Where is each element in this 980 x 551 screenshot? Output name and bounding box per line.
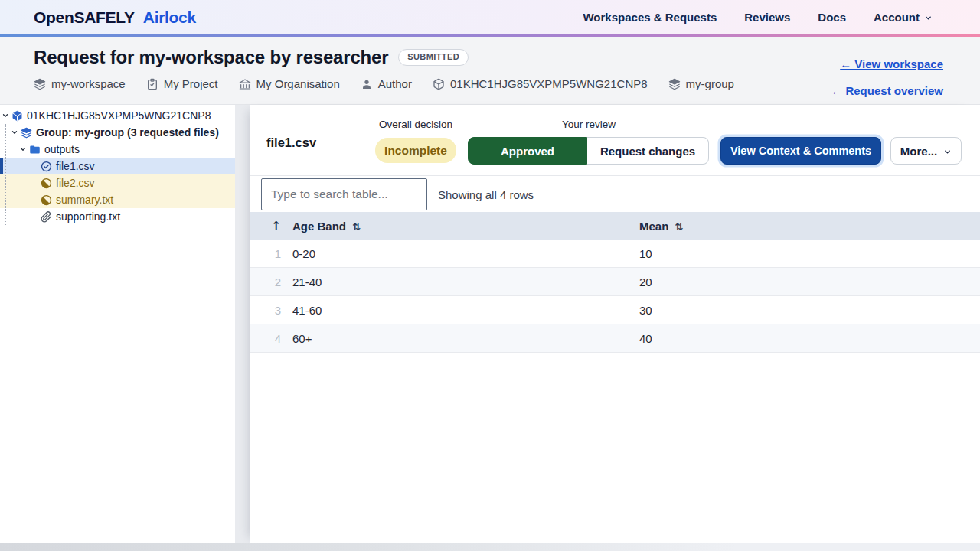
nav-reviews[interactable]: Reviews [744, 11, 790, 24]
page-background-strip [0, 543, 980, 551]
tree-item-label: Group: my-group (3 requested files) [36, 126, 219, 139]
meta-request-id-label: 01KHC1HJG85VXPMP5WNG21CNP8 [450, 77, 648, 90]
view-workspace-link[interactable]: ← View workspace [840, 57, 943, 70]
view-context-comments-button[interactable]: View Context & Comments [720, 137, 881, 165]
tree-item-request-id[interactable]: 01KHC1HJG85VXPMP5WNG21CNP8 [0, 107, 235, 124]
tree-item-outputs-folder[interactable]: outputs [0, 141, 235, 158]
tree-item-file1-csv[interactable]: file1.csv [0, 158, 235, 174]
file-title: file1.csv [266, 135, 316, 150]
title-block: Request for my-workspace by researcher S… [34, 47, 734, 104]
user-icon [361, 78, 373, 90]
nav-docs[interactable]: Docs [818, 11, 846, 24]
tree-item-summary-txt[interactable]: summary.txt [0, 191, 235, 208]
chevron-down-icon [943, 148, 952, 156]
tree-item-label: file2.csv [56, 177, 95, 189]
status-badge: SUBMITTED [398, 49, 469, 66]
decision-badge: Incomplete [375, 138, 456, 163]
tree-item-label: supporting.txt [56, 210, 120, 223]
chevron-down-icon[interactable] [11, 129, 18, 136]
title-links: ← View workspace ← Request overview [831, 47, 943, 104]
half-circle-icon [41, 178, 52, 189]
cell-mean: 10 [627, 247, 652, 260]
table-row: 3 41-60 30 [250, 296, 980, 324]
overall-decision-label: Overall decision [375, 119, 456, 130]
layers-icon [668, 78, 681, 90]
index-sort-indicator[interactable]: ↑ [250, 219, 281, 233]
table-header-row: ↑ Age Band⇅ Mean⇅ [250, 212, 980, 240]
meta-project-label: My Project [164, 77, 218, 90]
meta-workspace-label: my-workspace [51, 77, 126, 90]
meta-author-label: Author [378, 77, 412, 90]
cell-age-band: 60+ [281, 332, 627, 345]
cube-icon [11, 110, 23, 122]
table-row: 1 0-20 10 [250, 240, 980, 268]
more-button-label: More... [900, 145, 937, 158]
sort-icon[interactable]: ⇅ [352, 221, 361, 233]
nav-account-label: Account [874, 11, 920, 24]
top-header: OpenSAFELY Airlock Workspaces & Requests… [0, 0, 980, 34]
tree-item-label: outputs [44, 143, 80, 155]
layers-icon [34, 78, 46, 90]
approved-button[interactable]: Approved [468, 137, 587, 165]
file-review-header: file1.csv Overall decision Incomplete Yo… [250, 105, 980, 176]
review-button-group: Approved Request changes [468, 137, 709, 165]
tree-item-file2-csv[interactable]: file2.csv [0, 174, 235, 191]
more-button[interactable]: More... [890, 137, 962, 165]
column-header-label: Mean [639, 220, 668, 233]
column-header-age-band[interactable]: Age Band⇅ [281, 220, 627, 233]
file-tree: 01KHC1HJG85VXPMP5WNG21CNP8 Group: my-gro… [0, 105, 235, 225]
clipboard-icon [146, 78, 158, 90]
page-title: Request for my-workspace by researcher S… [34, 47, 734, 68]
row-number: 3 [250, 304, 281, 317]
cell-mean: 30 [627, 304, 652, 317]
meta-author: Author [361, 77, 412, 90]
tree-item-supporting-txt[interactable]: supporting.txt [0, 208, 235, 225]
row-number: 4 [250, 332, 281, 345]
tree-item-label: file1.csv [56, 160, 95, 172]
chevron-down-icon[interactable] [2, 112, 9, 119]
request-changes-button[interactable]: Request changes [587, 137, 709, 165]
half-circle-icon [41, 194, 52, 206]
cell-age-band: 0-20 [281, 247, 627, 260]
request-overview-link[interactable]: ← Request overview [831, 84, 943, 97]
brand-logo[interactable]: OpenSAFELY Airlock [34, 8, 196, 27]
tree-guide-line [5, 124, 6, 225]
meta-workspace: my-workspace [34, 77, 126, 90]
rows-summary: Showing all 4 rows [438, 178, 534, 210]
folder-icon [29, 144, 41, 155]
column-header-mean[interactable]: Mean⇅ [627, 220, 683, 233]
cell-age-band: 41-60 [281, 304, 627, 317]
bank-icon [239, 78, 251, 90]
table-row: 2 21-40 20 [250, 268, 980, 296]
nav-workspaces-requests[interactable]: Workspaces & Requests [583, 11, 717, 24]
tree-item-group[interactable]: Group: my-group (3 requested files) [0, 124, 235, 141]
meta-group: my-group [668, 77, 734, 90]
cube-icon [433, 78, 445, 90]
page-title-text: Request for my-workspace by researcher [34, 47, 388, 68]
meta-project: My Project [146, 77, 218, 90]
paperclip-icon [41, 211, 52, 223]
chevron-down-icon[interactable] [19, 145, 27, 153]
cell-mean: 40 [627, 332, 652, 345]
tree-guide-line [24, 158, 24, 225]
cell-age-band: 21-40 [281, 276, 627, 289]
row-number: 2 [250, 276, 281, 289]
table-row: 4 60+ 40 [250, 324, 980, 353]
meta-organisation-label: My Organisation [256, 77, 340, 90]
meta-group-label: my-group [686, 77, 734, 90]
title-bar: Request for my-workspace by researcher S… [0, 37, 980, 105]
main-nav: Workspaces & Requests Reviews Docs Accou… [583, 11, 933, 24]
brand-name: OpenSAFELY [34, 8, 134, 26]
your-review-label: Your review [468, 119, 710, 130]
layers-icon [21, 127, 32, 139]
sort-icon[interactable]: ⇅ [675, 221, 683, 233]
row-number: 1 [250, 247, 281, 260]
nav-account[interactable]: Account [874, 11, 933, 24]
meta-request-id: 01KHC1HJG85VXPMP5WNG21CNP8 [433, 77, 648, 90]
chevron-down-icon [924, 14, 933, 22]
search-input[interactable] [261, 178, 427, 210]
request-meta: my-workspace My Project My Organisation … [34, 77, 734, 90]
column-header-label: Age Band [292, 220, 346, 233]
tree-guide-line [15, 141, 15, 225]
file-tree-sidebar: 01KHC1HJG85VXPMP5WNG21CNP8 Group: my-gro… [0, 105, 235, 543]
